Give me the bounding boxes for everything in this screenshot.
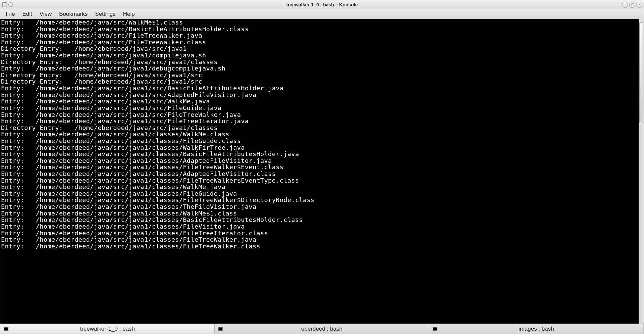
terminal-icon [4, 327, 8, 331]
menu-settings[interactable]: Settings [92, 9, 119, 19]
menu-view[interactable]: View [36, 9, 55, 19]
menu-edit[interactable]: Edit [19, 9, 35, 19]
tab-0[interactable]: treewalker-1_0 : bash [0, 324, 215, 334]
maximize-button[interactable]: ▢ [629, 2, 635, 8]
tab-label: eberdeed : bash [301, 326, 342, 332]
menu-bookmarks[interactable]: Bookmarks [56, 9, 91, 19]
terminal[interactable]: Entry: /home/eberdeed/java/src/WalkMe$1.… [0, 19, 639, 324]
scrollbar-thumb[interactable] [639, 22, 643, 123]
tab-label: treewalker-1_0 : bash [80, 326, 135, 332]
menu-help[interactable]: Help [120, 9, 138, 19]
terminal-icon [218, 327, 223, 331]
terminal-icon [433, 327, 437, 331]
window-title: treewalker-1_0 : bash – Konsole [286, 2, 358, 7]
menu-file[interactable]: File [2, 9, 18, 19]
close-button[interactable]: × [636, 2, 642, 8]
app-icon [2, 2, 7, 7]
menubar: File Edit View Bookmarks Settings Help [0, 9, 644, 19]
window-controls: – ▢ × [622, 2, 644, 8]
minimize-button[interactable]: – [622, 2, 628, 8]
konsole-window: treewalker-1_0 : bash – Konsole – ▢ × Fi… [0, 0, 644, 334]
titlebar-left-icons [0, 2, 15, 7]
tab-1[interactable]: eberdeed : bash [215, 324, 429, 334]
tab-label: images : bash [519, 326, 554, 332]
scrollbar[interactable] [639, 19, 644, 324]
tab-2[interactable]: images : bash [429, 324, 644, 334]
tabbar: treewalker-1_0 : basheberdeed : bashimag… [0, 324, 644, 334]
terminal-area: Entry: /home/eberdeed/java/src/WalkMe$1.… [0, 19, 644, 324]
pin-icon[interactable] [8, 2, 13, 7]
titlebar[interactable]: treewalker-1_0 : bash – Konsole – ▢ × [0, 0, 644, 9]
